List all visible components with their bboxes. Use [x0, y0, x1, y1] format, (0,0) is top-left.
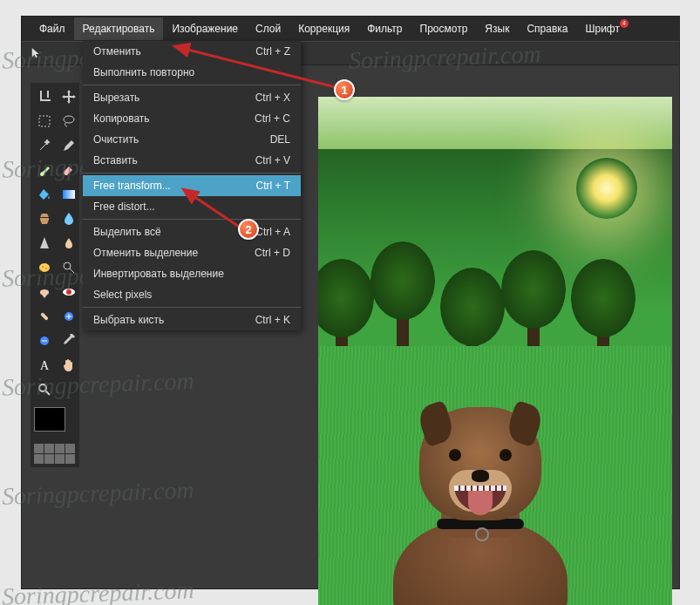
svg-rect-9: [40, 312, 49, 321]
marquee-icon: [37, 114, 51, 128]
dd-cut-shortcut: Ctrl + X: [255, 92, 290, 104]
dd-cut-label: Вырезать: [93, 92, 139, 104]
tool-clone[interactable]: [34, 208, 55, 229]
tool-crop[interactable]: [34, 86, 55, 107]
eraser-icon: [62, 163, 76, 177]
edit-dropdown: ОтменитьCtrl + Z Выполнить повторно Выре…: [83, 41, 301, 330]
dd-paste-shortcut: Ctrl + V: [255, 154, 290, 167]
pinch-icon: [37, 334, 51, 348]
dd-sep-2: [83, 173, 301, 173]
dd-deselect-label: Отменить выделение: [93, 247, 198, 259]
smudge-icon: [62, 236, 76, 250]
tool-lasso[interactable]: [58, 111, 79, 132]
tool-zoom[interactable]: [34, 379, 55, 400]
dd-sep-4: [83, 307, 301, 308]
dd-clear-shortcut: DEL: [270, 133, 290, 146]
dd-copy-label: Копировать: [93, 112, 150, 125]
dd-free-distort[interactable]: Free distort...: [83, 196, 301, 217]
swatch-presets[interactable]: [34, 444, 76, 464]
brush-icon: [37, 163, 51, 177]
tool-burn[interactable]: [34, 282, 55, 302]
bucket-icon: [37, 187, 51, 201]
redeye-icon: [62, 285, 76, 299]
menu-font[interactable]: Шрифт 4: [576, 17, 628, 40]
color-swatch[interactable]: [34, 407, 65, 432]
tool-blur[interactable]: [58, 208, 79, 229]
dd-copy[interactable]: КопироватьCtrl + C: [83, 108, 301, 129]
dd-redo-label: Выполнить повторно: [93, 66, 194, 78]
dd-cut[interactable]: ВырезатьCtrl + X: [83, 87, 301, 108]
menubar: Файл Редактировать Изображение Слой Корр…: [22, 17, 679, 41]
dd-invert-selection[interactable]: Инвертировать выделение: [83, 263, 301, 284]
svg-point-8: [66, 289, 71, 295]
dd-clear[interactable]: ОчиститьDEL: [83, 129, 301, 150]
tool-brush[interactable]: [34, 160, 55, 180]
svg-point-1: [64, 116, 74, 123]
dd-select-pixels[interactable]: Select pixels: [83, 284, 301, 305]
wand-icon: [37, 139, 51, 153]
svg-rect-0: [39, 116, 50, 126]
menu-correction[interactable]: Коррекция: [289, 17, 358, 40]
menu-view[interactable]: Просмотр: [411, 17, 477, 40]
tool-move[interactable]: [58, 86, 79, 107]
dd-sep-3: [83, 219, 301, 220]
dd-redo[interactable]: Выполнить повторно: [83, 62, 301, 83]
svg-point-5: [45, 268, 47, 269]
menu-font-badge: 4: [620, 19, 629, 28]
burn-icon: [37, 285, 51, 299]
sharpen-icon: [37, 236, 51, 250]
menu-help[interactable]: Справка: [518, 17, 576, 40]
tool-sponge[interactable]: [34, 257, 55, 278]
tool-pinch[interactable]: [34, 330, 55, 351]
svg-point-3: [39, 263, 50, 272]
menu-image[interactable]: Изображение: [163, 17, 247, 40]
dd-free-transform[interactable]: Free transform...Ctrl + T: [83, 175, 301, 196]
menu-file[interactable]: Файл: [31, 17, 74, 40]
toolbox: A: [31, 83, 79, 467]
dd-define-brush-label: Выбрать кисть: [93, 314, 164, 326]
dd-undo-label: Отменить: [93, 45, 141, 58]
move-icon: [62, 90, 76, 104]
tool-colorpicker[interactable]: [58, 330, 79, 351]
bloat-icon: [62, 309, 76, 323]
dd-invert-label: Инвертировать выделение: [93, 268, 224, 280]
menu-filter[interactable]: Фильтр: [358, 17, 411, 40]
tool-wand[interactable]: [34, 135, 55, 156]
dd-paste[interactable]: ВставитьCtrl + V: [83, 150, 301, 171]
zoom-icon: [37, 383, 51, 397]
tool-redeye[interactable]: [58, 282, 79, 302]
app-window: Файл Редактировать Изображение Слой Корр…: [21, 16, 680, 589]
dd-deselect[interactable]: Отменить выделениеCtrl + D: [83, 242, 301, 263]
dd-select-pixels-label: Select pixels: [93, 289, 152, 301]
tool-pencil[interactable]: [58, 135, 79, 156]
tool-spot-heal[interactable]: [34, 306, 55, 327]
menu-font-label: Шрифт: [585, 23, 619, 35]
tool-bucket[interactable]: [34, 184, 55, 205]
tool-marquee[interactable]: [34, 111, 55, 132]
tool-sharpen[interactable]: [34, 233, 55, 254]
tool-type[interactable]: A: [34, 355, 55, 376]
dd-free-transform-label: Free transform...: [93, 180, 171, 192]
gradient-icon: [62, 187, 76, 201]
tool-smudge[interactable]: [58, 233, 79, 254]
svg-rect-2: [63, 190, 75, 199]
canvas[interactable]: [318, 97, 672, 605]
menu-language[interactable]: Язык: [476, 17, 518, 40]
tool-eraser[interactable]: [58, 160, 79, 180]
dd-sep-1: [83, 85, 301, 85]
dd-select-all-label: Выделить всё: [93, 226, 161, 238]
menu-layer[interactable]: Слой: [247, 17, 289, 40]
blur-icon: [62, 212, 76, 226]
tool-dodge[interactable]: [58, 257, 79, 278]
svg-point-13: [39, 384, 46, 391]
menu-edit[interactable]: Редактировать: [74, 17, 164, 40]
dd-free-transform-shortcut: Ctrl + T: [256, 180, 290, 192]
crop-icon: [37, 90, 51, 104]
dd-undo[interactable]: ОтменитьCtrl + Z: [83, 41, 301, 62]
svg-text:A: A: [40, 359, 50, 372]
dd-define-brush[interactable]: Выбрать кистьCtrl + K: [83, 309, 301, 330]
tool-gradient[interactable]: [58, 184, 79, 205]
tool-bloat[interactable]: [58, 306, 79, 327]
tool-hand[interactable]: [58, 355, 79, 376]
dd-select-all[interactable]: Выделить всёCtrl + A: [83, 221, 301, 242]
